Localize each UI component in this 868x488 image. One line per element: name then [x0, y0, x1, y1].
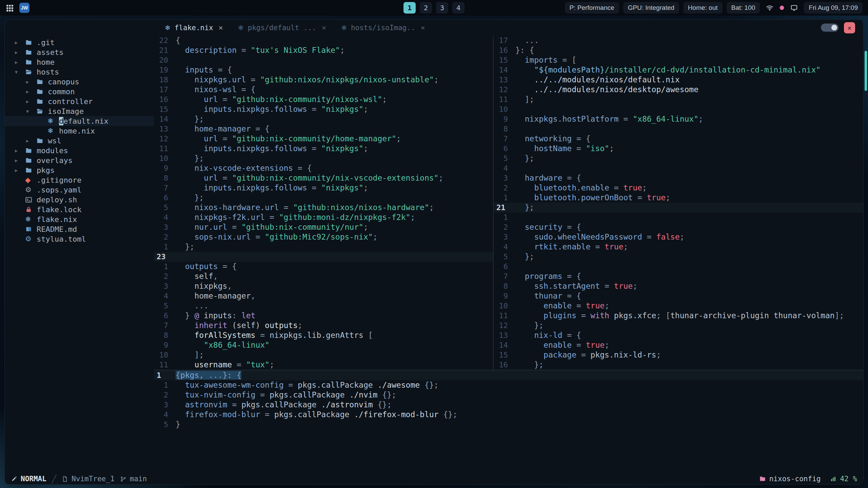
tab-flake-nix[interactable]: ❄flake.nix× [157, 20, 231, 36]
tree-item-wsl[interactable]: ▸wsl [5, 136, 154, 146]
editor-pane-isoimage-default-nix[interactable]: 17 ...16}: {15 imports = [14 "${modulesP… [494, 36, 863, 370]
code-line[interactable]: 21 }; [494, 203, 863, 212]
code-line[interactable]: 7 inputs.nixpkgs.follows = "nixpkgs"; [154, 183, 493, 193]
code-line[interactable]: 8 [494, 124, 863, 134]
tree-item--git[interactable]: ▸.git [5, 38, 154, 47]
code-line[interactable]: 3 nixpkgs, [154, 281, 493, 291]
code-line[interactable]: 17 nixos-wsl = { [154, 85, 493, 95]
code-line[interactable]: 1 outputs = { [154, 262, 493, 271]
code-line[interactable]: 9 nix-vscode-extensions = { [154, 163, 493, 173]
code-line[interactable]: 1 }; [154, 242, 493, 252]
workspace-3[interactable]: 3 [436, 2, 448, 14]
code-line[interactable]: 12 url = "github:nix-community/home-mana… [154, 134, 493, 144]
tree-item-assets[interactable]: ▸assets [5, 47, 154, 57]
code-line[interactable]: 6 hostName = "iso"; [494, 144, 863, 154]
chevron-right-icon[interactable]: ▸ [15, 167, 25, 174]
code-line[interactable]: 13 ../../modules/nixos/default.nix [494, 75, 863, 85]
code-line[interactable]: 2 bluetooth.enable = true; [494, 183, 863, 193]
code-line[interactable]: 15 inputs.nixpkgs.follows = "nixpkgs"; [154, 104, 493, 114]
chevron-right-icon[interactable]: ▸ [15, 147, 25, 154]
code-line[interactable]: 4 firefox-mod-blur = pkgs.callPackage ./… [154, 410, 863, 420]
workspace-1[interactable]: 1 [403, 2, 416, 14]
code-line[interactable]: 2 tux-nvim-config = pkgs.callPackage ./n… [154, 390, 863, 400]
notification-dot-icon[interactable] [778, 4, 786, 12]
chevron-right-icon[interactable]: ▸ [15, 49, 25, 56]
chevron-down-icon[interactable]: ▾ [26, 108, 36, 115]
tree-item-deploy-sh[interactable]: deploy.sh [5, 195, 154, 205]
tab-close-icon[interactable]: × [219, 23, 223, 32]
code-line[interactable]: 7 inherit (self) outputs; [154, 321, 493, 330]
code-line[interactable]: 9 "x86_64-linux" [154, 340, 493, 350]
code-line[interactable]: 9 nixpkgs.hostPlatform = "x86_64-linux"; [494, 114, 863, 124]
code-line[interactable]: 1 bluetooth.powerOnBoot = true; [494, 193, 863, 203]
window-toggle[interactable] [821, 24, 839, 32]
code-line[interactable]: 3 nur.url = "github:nix-community/nur"; [154, 222, 493, 232]
code-line[interactable]: 14 }; [154, 114, 493, 124]
code-line[interactable]: 19 inputs = { [154, 65, 493, 75]
chevron-down-icon[interactable]: ▾ [15, 69, 25, 75]
code-line[interactable]: 15 imports = [ [494, 55, 863, 65]
code-line[interactable]: 20 [154, 55, 493, 65]
edge-scrollbar[interactable] [865, 51, 867, 91]
tree-item-stylua-toml[interactable]: ⚙stylua.toml [5, 234, 154, 244]
code-line[interactable]: 16 url = "github:nix-community/nixos-wsl… [154, 95, 493, 104]
code-line[interactable]: 16 }; [494, 360, 863, 370]
tree-item-home-nix[interactable]: ❄home.nix [5, 126, 154, 136]
chevron-right-icon[interactable]: ▸ [26, 98, 36, 105]
chevron-right-icon[interactable]: ▸ [15, 59, 25, 65]
workspace-4[interactable]: 4 [452, 2, 465, 14]
code-line[interactable]: 14 enable = true; [494, 340, 863, 350]
code-line[interactable]: 8 url = "github:nix-community/nix-vscode… [154, 173, 493, 183]
tree-item-flake-lock[interactable]: flake.lock [5, 205, 154, 215]
code-line[interactable]: 10 enable = true; [494, 301, 863, 311]
code-line[interactable]: 11 inputs.nixpkgs.follows = "nixpkgs"; [154, 144, 493, 154]
code-line[interactable]: 23 [154, 252, 493, 262]
tab-close-icon[interactable]: × [421, 23, 425, 32]
chevron-right-icon[interactable]: ▸ [26, 88, 36, 95]
code-line[interactable]: 22{ [154, 36, 493, 45]
code-line[interactable]: 8 forAllSystems = nixpkgs.lib.genAttrs [ [154, 330, 493, 340]
code-line[interactable]: 13 home-manager = { [154, 124, 493, 134]
code-line[interactable]: 7 networking = { [494, 134, 863, 144]
tree-item-flake-nix[interactable]: ❄flake.nix [5, 215, 154, 224]
chevron-right-icon[interactable]: ▸ [26, 138, 36, 144]
window-close-button[interactable]: ✕ [844, 22, 855, 33]
code-line[interactable]: 13 nix-ld = { [494, 330, 863, 340]
code-line[interactable]: 2 security = { [494, 222, 863, 232]
code-line[interactable]: 21 description = "tux's NixOS Flake"; [154, 45, 493, 55]
tree-item-pkgs[interactable]: ▸pkgs [5, 165, 154, 175]
code-line[interactable]: 11 ]; [494, 95, 863, 104]
apps-grid-icon[interactable] [5, 4, 14, 12]
tree-item-modules[interactable]: ▸modules [5, 146, 154, 156]
code-line[interactable]: 1 [494, 212, 863, 222]
code-line[interactable]: 8 ssh.startAgent = true; [494, 281, 863, 291]
code-line[interactable]: 17 ... [494, 36, 863, 45]
code-line[interactable]: 12 }; [494, 321, 863, 330]
code-line[interactable]: 11 username = "tux"; [154, 360, 493, 370]
code-line[interactable]: 1{pkgs, ...}: { [154, 370, 863, 380]
display-icon[interactable] [790, 4, 798, 12]
workspace-2[interactable]: 2 [420, 2, 432, 14]
code-line[interactable]: 5 }; [494, 154, 863, 163]
code-line[interactable]: 5} [154, 420, 863, 429]
code-line[interactable]: 4 rtkit.enable = true; [494, 242, 863, 252]
code-line[interactable]: 6 [494, 262, 863, 271]
tree-item--gitignore[interactable]: ◆.gitignore [5, 175, 154, 185]
tree-item-overlays[interactable]: ▸overlays [5, 156, 154, 165]
code-line[interactable]: 1 tux-awesome-wm-config = pkgs.callPacka… [154, 380, 863, 390]
tree-item-isoImage[interactable]: ▾isoImage [5, 106, 154, 116]
tree-item-README-md[interactable]: README.md [5, 224, 154, 234]
git-branch[interactable]: main [120, 475, 147, 483]
editor-pane-flake-nix[interactable]: 22{21 description = "tux's NixOS Flake";… [154, 36, 494, 370]
code-line[interactable]: 3 hardware = { [494, 173, 863, 183]
code-line[interactable]: 3 astronvim = pkgs.callPackage ./astronv… [154, 400, 863, 410]
buffer-name[interactable]: NvimTree_1 [62, 475, 114, 483]
tab-close-icon[interactable]: × [322, 23, 326, 32]
code-line[interactable]: 9 thunar = { [494, 291, 863, 301]
code-line[interactable]: 6 }; [154, 193, 493, 203]
project-name[interactable]: nixos-config [759, 475, 821, 483]
logo-badge[interactable]: JW [19, 3, 29, 13]
tab-pkgs-default-[interactable]: ❄pkgs/default ...× [231, 20, 334, 36]
code-line[interactable]: 14 "${modulesPath}/installer/cd-dvd/inst… [494, 65, 863, 75]
code-line[interactable]: 7 programs = { [494, 271, 863, 281]
